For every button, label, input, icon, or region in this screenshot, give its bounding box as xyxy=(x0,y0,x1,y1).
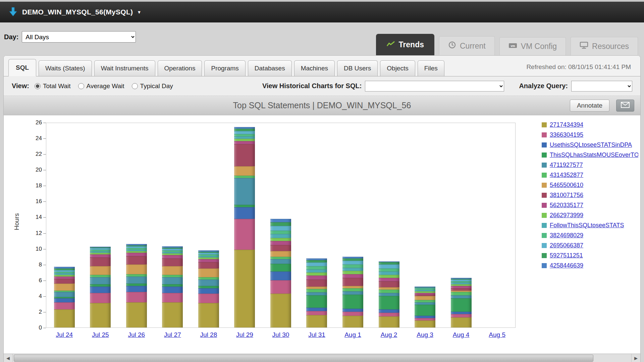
bar-segment[interactable] xyxy=(270,241,291,245)
legend-link[interactable]: 3810071756 xyxy=(550,192,583,199)
bar-segment[interactable] xyxy=(162,275,183,277)
bar-segment[interactable] xyxy=(451,314,472,317)
x-axis-date-link[interactable]: Jul 30 xyxy=(272,331,289,338)
bar-segment[interactable] xyxy=(379,296,399,309)
bar-segment[interactable] xyxy=(306,287,327,289)
legend-link[interactable]: 5927511251 xyxy=(550,252,583,259)
historical-charts-select[interactable] xyxy=(365,81,504,92)
bar-segment[interactable] xyxy=(270,238,291,241)
x-axis-date-link[interactable]: Jul 31 xyxy=(308,331,325,338)
tab-sql[interactable]: SQL xyxy=(8,59,36,76)
nav-tab-trends[interactable]: Trends xyxy=(376,34,434,55)
x-axis-date-link[interactable]: Aug 2 xyxy=(381,331,397,338)
bar-segment[interactable] xyxy=(306,262,327,266)
bar-segment[interactable] xyxy=(342,312,363,316)
legend-link[interactable]: 2695066387 xyxy=(550,242,583,249)
bar-segment[interactable] xyxy=(126,284,147,286)
bar-segment[interactable] xyxy=(234,205,255,207)
bar-segment[interactable] xyxy=(54,302,75,309)
bar-segment[interactable] xyxy=(198,294,219,303)
bar-segment[interactable] xyxy=(90,303,111,327)
bar-segment[interactable] xyxy=(162,284,183,287)
radio-total-wait-input[interactable] xyxy=(35,83,41,89)
bar-segment[interactable] xyxy=(342,309,363,312)
bar-segment[interactable] xyxy=(342,286,363,288)
bar-segment[interactable] xyxy=(306,315,327,328)
bar-segment[interactable] xyxy=(90,257,111,266)
radio-typical-day-input[interactable] xyxy=(132,83,138,89)
bar-segment[interactable] xyxy=(415,302,435,305)
bar-segment[interactable] xyxy=(379,316,399,327)
bar-segment[interactable] xyxy=(306,311,327,315)
x-axis-date-link[interactable]: Aug 1 xyxy=(344,331,361,338)
bar-segment[interactable] xyxy=(162,277,183,284)
radio-total-wait[interactable]: Total Wait xyxy=(35,82,71,90)
bar-segment[interactable] xyxy=(342,295,363,309)
bar-segment[interactable] xyxy=(415,296,435,300)
bar-segment[interactable] xyxy=(270,234,291,238)
bar-segment[interactable] xyxy=(198,259,219,262)
bar-segment[interactable] xyxy=(342,288,363,291)
bar-segment[interactable] xyxy=(342,291,363,294)
nav-tab-current[interactable]: Current xyxy=(439,36,495,55)
database-instance-title[interactable]: DEMO_WIN_MYSQL_56(MySQL) xyxy=(22,8,133,16)
bar-segment[interactable] xyxy=(451,286,472,288)
bar-segment[interactable] xyxy=(234,136,255,139)
x-axis-date-link[interactable]: Aug 4 xyxy=(453,331,470,338)
bar-segment[interactable] xyxy=(451,292,472,295)
radio-typical-day[interactable]: Typical Day xyxy=(132,82,173,90)
bar-segment[interactable] xyxy=(126,277,147,284)
bar-segment[interactable] xyxy=(379,313,399,317)
bar-segment[interactable] xyxy=(126,286,147,292)
bar-segment[interactable] xyxy=(162,258,183,266)
bar-segment[interactable] xyxy=(198,277,219,280)
bar-segment[interactable] xyxy=(162,293,183,302)
bar-segment[interactable] xyxy=(379,281,399,288)
bar-segment[interactable] xyxy=(270,272,291,280)
bar-segment[interactable] xyxy=(126,292,147,302)
bar-segment[interactable] xyxy=(415,316,435,318)
tab-machines[interactable]: Machines xyxy=(294,60,335,76)
x-axis-date-link[interactable]: Jul 29 xyxy=(236,331,253,338)
bar-segment[interactable] xyxy=(270,264,291,272)
bar-segment[interactable] xyxy=(306,266,327,269)
bar-segment[interactable] xyxy=(234,141,255,144)
nav-tab-vm-config[interactable]: vm VM Config xyxy=(499,37,566,55)
bar-segment[interactable] xyxy=(234,250,255,327)
legend-link[interactable]: 5465500610 xyxy=(550,182,583,189)
database-dropdown-caret-icon[interactable]: ▼ xyxy=(137,10,141,15)
bar-segment[interactable] xyxy=(342,278,363,286)
bar-segment[interactable] xyxy=(162,287,183,293)
bar-segment[interactable] xyxy=(90,275,111,277)
bar-segment[interactable] xyxy=(270,222,291,226)
legend-link[interactable]: UsethisSQLtoseeSTATSinDPA xyxy=(550,141,632,148)
bar-segment[interactable] xyxy=(162,255,183,258)
scrollbar-right-arrow[interactable]: ▶ xyxy=(631,354,640,362)
bar-segment[interactable] xyxy=(451,298,472,312)
bar-segment[interactable] xyxy=(379,272,399,275)
bar-segment[interactable] xyxy=(234,139,255,141)
bar-segment[interactable] xyxy=(162,302,183,327)
bar-segment[interactable] xyxy=(270,251,291,256)
bar-segment[interactable] xyxy=(451,295,472,298)
bar-segment[interactable] xyxy=(379,264,399,268)
x-axis-date-link[interactable]: Aug 5 xyxy=(489,331,505,338)
day-select[interactable]: All Days xyxy=(22,31,136,43)
x-axis-date-link[interactable]: Aug 3 xyxy=(417,331,433,338)
bar-segment[interactable] xyxy=(126,253,147,256)
legend-link[interactable]: 5620335177 xyxy=(550,202,583,209)
tab-waits-states[interactable]: Waits (States) xyxy=(39,60,92,76)
bar-segment[interactable] xyxy=(270,294,291,327)
bar-segment[interactable] xyxy=(270,245,291,251)
legend-link[interactable]: 3824698029 xyxy=(550,232,583,239)
bar-segment[interactable] xyxy=(342,261,363,265)
bar-segment[interactable] xyxy=(54,277,75,279)
bar-segment[interactable] xyxy=(379,268,399,272)
bar-segment[interactable] xyxy=(270,259,291,264)
bar-segment[interactable] xyxy=(306,280,327,287)
bar-segment[interactable] xyxy=(415,305,435,316)
bar-segment[interactable] xyxy=(342,264,363,267)
bar-segment[interactable] xyxy=(379,287,399,290)
bar-segment[interactable] xyxy=(54,279,75,284)
bar-segment[interactable] xyxy=(234,134,255,136)
